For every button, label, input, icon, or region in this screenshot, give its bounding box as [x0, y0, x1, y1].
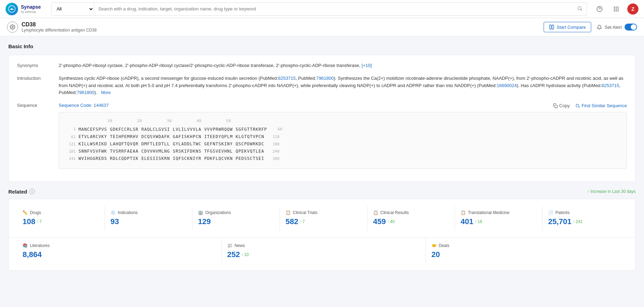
clinical-trials-count: 582 ↑ 7	[286, 217, 359, 226]
svg-rect-9	[614, 8, 615, 9]
synonyms-label: Synonyms	[17, 62, 59, 68]
logo-title: Synapse	[21, 4, 41, 10]
news-icon: 📰	[227, 243, 232, 248]
related-item-indications[interactable]: ❄️ Indications 93	[105, 206, 189, 230]
news-up: ↑ 10	[241, 252, 249, 257]
find-similar-button[interactable]: Find Similar Sequence	[575, 103, 627, 108]
literatures-count: 8,864	[23, 250, 213, 259]
page-subtitle: Lymphocyte differentiation antigen CD38	[22, 28, 97, 33]
related-item-translational[interactable]: 📋 Translational Medicine 401 ↑ 18	[455, 206, 539, 230]
logo-text: Synapse by patsnap	[21, 4, 41, 14]
find-similar-label: Find Similar Sequence	[581, 103, 627, 108]
literatures-icon: 📚	[23, 243, 28, 248]
header: Synapse by patsnap All Drugs Targets Org…	[0, 0, 644, 18]
synonyms-row: Synonyms 2'-phospho-ADP-ribosyl cyclase,…	[17, 62, 627, 69]
settings-icon	[7, 22, 18, 33]
indications-count: 93	[110, 217, 184, 226]
logo-icon	[6, 3, 18, 15]
drugs-label: Drugs	[30, 210, 41, 215]
help-button[interactable]	[594, 3, 605, 15]
intro-more-link[interactable]: More	[101, 90, 110, 95]
sequence-label: Sequence	[17, 102, 59, 108]
subheader-left: CD38 Lymphocyte differentiation antigen …	[7, 22, 97, 33]
svg-rect-12	[614, 10, 615, 11]
svg-rect-16	[550, 25, 551, 29]
clinical-results-label: Clinical Results	[380, 210, 409, 215]
clinical-trials-label: Clinical Trials	[293, 210, 317, 215]
organizations-count: 129	[198, 217, 271, 226]
introduction-label: Introduction	[17, 75, 59, 81]
related-title: Related i	[8, 189, 35, 195]
compare-button[interactable]: Start Compare	[544, 22, 591, 32]
sequence-row: Sequence Sequence Code: 144637 Copy	[17, 102, 627, 169]
related-item-drugs[interactable]: ✏️ Drugs 108 ↑ 7	[17, 206, 102, 230]
clinical-results-count: 459 ↑ 40	[373, 217, 446, 226]
compare-label: Start Compare	[556, 25, 586, 30]
search-input[interactable]	[94, 3, 573, 15]
copy-button[interactable]: Copy	[553, 103, 570, 108]
seq-line-4: 181 SNNFVSVFWK TVSRRFAEAA CDVVHVMLNG SRS…	[65, 148, 621, 155]
drugs-icon: ✏️	[23, 210, 28, 215]
related-card: ✏️ Drugs 108 ↑ 7 ❄️ Indications 93 🏢 Or	[8, 199, 636, 271]
search-filter[interactable]: All Drugs Targets Organizations Indicati…	[52, 3, 94, 15]
seq-line-2: 61 ETVLARCVKY TEIHPEMRHV DCQSVWDAFK GAFI…	[65, 134, 621, 140]
related-item-deals[interactable]: 🤝 Deals 20	[426, 238, 627, 263]
translational-count: 401 ↑ 18	[461, 217, 534, 226]
copy-label: Copy	[559, 103, 570, 108]
synonyms-text: 2'-phospho-ADP-ribosyl cyclase, 2'-phosp…	[59, 63, 360, 68]
news-label: News	[234, 243, 245, 248]
deals-label: Deals	[439, 243, 449, 248]
seq-line-3: 121 KILLWSRIKD LAHQFTQVQR DMFTLEDTLL GYL…	[65, 141, 621, 147]
seq-ruler: 10 20 30 40 50	[65, 118, 621, 124]
seq-actions: Copy Find Similar Sequence	[553, 103, 627, 108]
svg-point-19	[576, 104, 579, 107]
clinical-results-icon: 📋	[373, 210, 378, 215]
logo-sub: by patsnap	[21, 10, 41, 14]
subheader: CD38 Lymphocyte differentiation antigen …	[0, 18, 644, 36]
subheader-title-group: CD38 Lymphocyte differentiation antigen …	[22, 22, 97, 33]
organizations-icon: 🏢	[198, 210, 203, 215]
patents-up: ↑ 241	[573, 219, 583, 224]
pubmed-3-link[interactable]: 16690024	[497, 83, 517, 88]
sequence-header: Sequence Code: 144637 Copy	[59, 102, 627, 109]
deals-icon: 🤝	[431, 243, 437, 248]
related-item-organizations[interactable]: 🏢 Organizations 129	[192, 206, 277, 230]
sequence-code-label: Sequence Code:	[59, 103, 92, 108]
patents-icon: 📄	[548, 210, 553, 215]
patents-count: 25,701 ↑ 241	[548, 217, 621, 226]
clinical-trials-up: ↑ 7	[300, 219, 305, 224]
clinical-trials-icon: 📋	[286, 210, 291, 215]
clinical-results-up: ↑ 40	[387, 219, 395, 224]
search-button[interactable]	[573, 3, 587, 15]
drugs-up: ↑ 7	[37, 219, 42, 224]
related-item-literatures[interactable]: 📚 Literatures 8,864	[17, 238, 218, 263]
related-info-icon[interactable]: i	[29, 189, 35, 194]
translational-label: Translational Medicine	[468, 210, 510, 215]
pubmed-2-link[interactable]: 7961800	[316, 76, 334, 81]
alert-toggle[interactable]	[625, 24, 637, 31]
related-item-news[interactable]: 📰 News 252 ↑ 10	[221, 238, 423, 263]
related-grid: ✏️ Drugs 108 ↑ 7 ❄️ Indications 93 🏢 Or	[17, 206, 627, 230]
pubmed-5-link[interactable]: 7961800	[77, 90, 94, 95]
set-alert-area: Set Alert	[597, 24, 637, 31]
sequence-code: Sequence Code: 144637	[59, 102, 109, 109]
avatar[interactable]: Z	[627, 3, 638, 15]
header-actions: Z	[594, 3, 638, 15]
related-item-clinical-trials[interactable]: 📋 Clinical Trials 582 ↑ 7	[280, 206, 364, 230]
svg-point-15	[12, 26, 13, 28]
sequence-code-value: 144637	[93, 103, 108, 108]
svg-rect-10	[616, 8, 617, 9]
logo-area: Synapse by patsnap	[6, 3, 47, 15]
grid-button[interactable]	[611, 3, 622, 15]
synonyms-more-link[interactable]: [+10]	[362, 63, 372, 68]
related-item-clinical-results[interactable]: 📋 Clinical Results 459 ↑ 40	[367, 206, 452, 230]
organizations-label: Organizations	[205, 210, 231, 215]
introduction-row: Introduction Synthesizes cyclic ADP-ribo…	[17, 75, 627, 96]
indications-icon: ❄️	[110, 210, 116, 215]
svg-line-20	[579, 106, 580, 108]
pubmed-1-link[interactable]: 8253715	[278, 76, 296, 81]
related-grid-2: 📚 Literatures 8,864 📰 News 252 ↑ 10 🤝	[17, 238, 627, 263]
indications-label: Indications	[118, 210, 138, 215]
related-item-patents[interactable]: 📄 Patents 25,701 ↑ 241	[542, 206, 627, 230]
pubmed-4-link[interactable]: 8253715	[602, 83, 619, 88]
